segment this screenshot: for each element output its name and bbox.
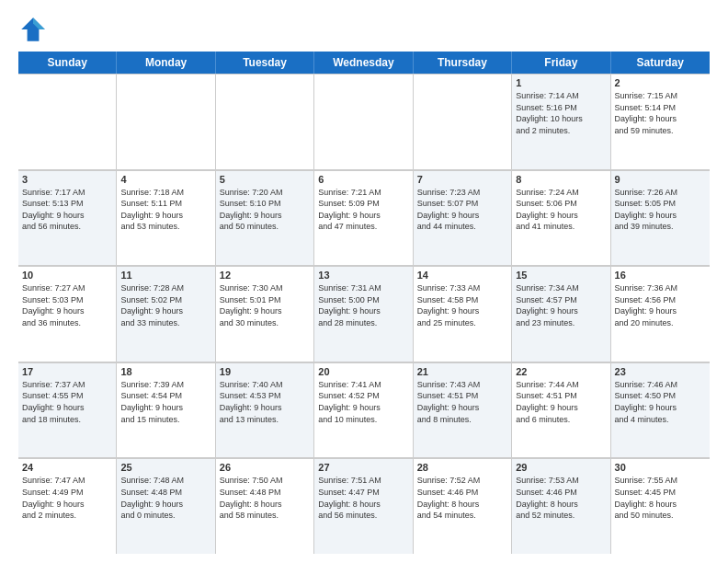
header-day-thursday: Thursday [414,52,512,74]
calendar-row-3: 10Sunrise: 7:27 AM Sunset: 5:03 PM Dayli… [18,266,710,362]
calendar-cell: 7Sunrise: 7:23 AM Sunset: 5:07 PM Daylig… [414,170,512,266]
day-number: 8 [516,174,606,185]
day-info: Sunrise: 7:47 AM Sunset: 4:49 PM Dayligh… [22,475,112,521]
calendar-cell [314,74,413,169]
calendar-cell: 3Sunrise: 7:17 AM Sunset: 5:13 PM Daylig… [18,170,117,266]
calendar-cell: 22Sunrise: 7:44 AM Sunset: 4:51 PM Dayli… [512,362,610,458]
day-info: Sunrise: 7:33 AM Sunset: 4:58 PM Dayligh… [417,282,507,328]
calendar-cell: 25Sunrise: 7:48 AM Sunset: 4:48 PM Dayli… [117,458,215,554]
day-info: Sunrise: 7:44 AM Sunset: 4:51 PM Dayligh… [516,379,606,425]
logo [18,15,51,44]
day-number: 12 [220,270,310,281]
day-number: 10 [22,270,112,281]
day-info: Sunrise: 7:14 AM Sunset: 5:16 PM Dayligh… [516,90,606,136]
calendar-cell: 26Sunrise: 7:50 AM Sunset: 4:48 PM Dayli… [216,458,314,554]
day-info: Sunrise: 7:23 AM Sunset: 5:07 PM Dayligh… [417,187,507,233]
calendar-cell: 14Sunrise: 7:33 AM Sunset: 4:58 PM Dayli… [414,266,512,362]
day-number: 29 [516,462,606,473]
day-number: 28 [417,462,507,473]
day-info: Sunrise: 7:30 AM Sunset: 5:01 PM Dayligh… [220,282,310,328]
day-info: Sunrise: 7:27 AM Sunset: 5:03 PM Dayligh… [22,282,112,328]
day-number: 26 [220,462,310,473]
calendar-cell: 10Sunrise: 7:27 AM Sunset: 5:03 PM Dayli… [18,266,117,362]
calendar-cell: 6Sunrise: 7:21 AM Sunset: 5:09 PM Daylig… [314,170,413,266]
day-number: 13 [318,270,408,281]
calendar-cell: 11Sunrise: 7:28 AM Sunset: 5:02 PM Dayli… [117,266,215,362]
day-info: Sunrise: 7:28 AM Sunset: 5:02 PM Dayligh… [120,282,210,328]
calendar-row-4: 17Sunrise: 7:37 AM Sunset: 4:55 PM Dayli… [18,362,710,459]
day-number: 30 [615,462,706,473]
day-info: Sunrise: 7:40 AM Sunset: 4:53 PM Dayligh… [220,379,310,425]
day-info: Sunrise: 7:51 AM Sunset: 4:47 PM Dayligh… [318,475,408,521]
calendar-cell: 18Sunrise: 7:39 AM Sunset: 4:54 PM Dayli… [117,362,215,458]
day-info: Sunrise: 7:24 AM Sunset: 5:06 PM Dayligh… [516,187,606,233]
day-number: 24 [22,462,112,473]
day-info: Sunrise: 7:53 AM Sunset: 4:46 PM Dayligh… [516,475,606,521]
day-info: Sunrise: 7:48 AM Sunset: 4:48 PM Dayligh… [120,475,210,521]
calendar-cell [216,74,314,169]
day-number: 18 [120,366,210,377]
day-info: Sunrise: 7:26 AM Sunset: 5:05 PM Dayligh… [615,187,706,233]
page: SundayMondayTuesdayWednesdayThursdayFrid… [0,0,728,563]
calendar-cell: 17Sunrise: 7:37 AM Sunset: 4:55 PM Dayli… [18,362,117,458]
calendar-cell [18,74,117,169]
calendar-cell: 30Sunrise: 7:55 AM Sunset: 4:45 PM Dayli… [611,458,710,554]
calendar-cell: 29Sunrise: 7:53 AM Sunset: 4:46 PM Dayli… [512,458,610,554]
day-info: Sunrise: 7:52 AM Sunset: 4:46 PM Dayligh… [417,475,507,521]
day-number: 19 [220,366,310,377]
day-number: 23 [615,366,706,377]
day-info: Sunrise: 7:41 AM Sunset: 4:52 PM Dayligh… [318,379,408,425]
calendar-cell: 15Sunrise: 7:34 AM Sunset: 4:57 PM Dayli… [512,266,610,362]
calendar-cell: 8Sunrise: 7:24 AM Sunset: 5:06 PM Daylig… [512,170,610,266]
calendar: SundayMondayTuesdayWednesdayThursdayFrid… [18,52,710,554]
day-number: 7 [417,174,507,185]
header-day-tuesday: Tuesday [216,52,314,74]
day-info: Sunrise: 7:20 AM Sunset: 5:10 PM Dayligh… [220,187,310,233]
header [18,15,710,44]
day-info: Sunrise: 7:18 AM Sunset: 5:11 PM Dayligh… [120,187,210,233]
day-number: 14 [417,270,507,281]
day-number: 11 [120,270,210,281]
day-info: Sunrise: 7:55 AM Sunset: 4:45 PM Dayligh… [615,475,706,521]
header-day-sunday: Sunday [18,52,117,74]
calendar-cell: 20Sunrise: 7:41 AM Sunset: 4:52 PM Dayli… [314,362,413,458]
calendar-row-1: 1Sunrise: 7:14 AM Sunset: 5:16 PM Daylig… [18,74,710,170]
day-number: 15 [516,270,606,281]
day-info: Sunrise: 7:37 AM Sunset: 4:55 PM Dayligh… [22,379,112,425]
calendar-cell: 23Sunrise: 7:46 AM Sunset: 4:50 PM Dayli… [611,362,710,458]
calendar-cell: 1Sunrise: 7:14 AM Sunset: 5:16 PM Daylig… [512,74,610,169]
calendar-header: SundayMondayTuesdayWednesdayThursdayFrid… [18,52,710,74]
calendar-row-2: 3Sunrise: 7:17 AM Sunset: 5:13 PM Daylig… [18,170,710,267]
calendar-cell: 24Sunrise: 7:47 AM Sunset: 4:49 PM Dayli… [18,458,117,554]
calendar-cell: 16Sunrise: 7:36 AM Sunset: 4:56 PM Dayli… [611,266,710,362]
logo-icon [18,15,48,44]
day-number: 22 [516,366,606,377]
calendar-cell [414,74,512,169]
header-day-monday: Monday [117,52,215,74]
day-info: Sunrise: 7:50 AM Sunset: 4:48 PM Dayligh… [220,475,310,521]
calendar-cell: 9Sunrise: 7:26 AM Sunset: 5:05 PM Daylig… [611,170,710,266]
header-day-wednesday: Wednesday [314,52,413,74]
header-day-saturday: Saturday [611,52,710,74]
day-number: 21 [417,366,507,377]
day-number: 2 [615,77,706,88]
day-number: 27 [318,462,408,473]
calendar-cell: 4Sunrise: 7:18 AM Sunset: 5:11 PM Daylig… [117,170,215,266]
day-number: 25 [120,462,210,473]
day-number: 16 [615,270,706,281]
day-info: Sunrise: 7:46 AM Sunset: 4:50 PM Dayligh… [615,379,706,425]
calendar-cell: 13Sunrise: 7:31 AM Sunset: 5:00 PM Dayli… [314,266,413,362]
day-info: Sunrise: 7:43 AM Sunset: 4:51 PM Dayligh… [417,379,507,425]
day-info: Sunrise: 7:21 AM Sunset: 5:09 PM Dayligh… [318,187,408,233]
calendar-body: 1Sunrise: 7:14 AM Sunset: 5:16 PM Daylig… [18,74,710,554]
day-number: 6 [318,174,408,185]
day-info: Sunrise: 7:17 AM Sunset: 5:13 PM Dayligh… [22,187,112,233]
day-number: 5 [220,174,310,185]
day-number: 4 [120,174,210,185]
day-number: 20 [318,366,408,377]
day-info: Sunrise: 7:36 AM Sunset: 4:56 PM Dayligh… [615,282,706,328]
calendar-cell: 5Sunrise: 7:20 AM Sunset: 5:10 PM Daylig… [216,170,314,266]
calendar-cell: 21Sunrise: 7:43 AM Sunset: 4:51 PM Dayli… [414,362,512,458]
calendar-cell [117,74,215,169]
day-number: 9 [615,174,706,185]
